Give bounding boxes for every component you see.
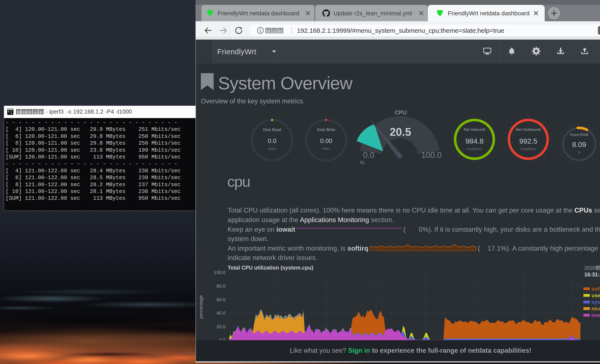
svg-text:984.8: 984.8 — [465, 137, 483, 145]
svg-text:MiB/s: MiB/s — [322, 147, 330, 150]
svg-text:%: % — [360, 159, 365, 166]
svg-text:0.0: 0.0 — [268, 137, 276, 144]
svg-text:0.00: 0.00 — [320, 137, 332, 144]
svg-text:%: % — [578, 150, 581, 154]
svg-text:Used RAM: Used RAM — [570, 133, 588, 137]
svg-text:20.5: 20.5 — [390, 126, 411, 138]
svg-text:megabits/s: megabits/s — [467, 147, 482, 151]
svg-text:MiB/s: MiB/s — [268, 147, 276, 150]
svg-text:megabits/s: megabits/s — [521, 147, 536, 151]
svg-text:Net Inbound: Net Inbound — [464, 127, 485, 132]
svg-text:Disk Write: Disk Write — [317, 128, 335, 132]
svg-text:0.0: 0.0 — [363, 151, 375, 159]
svg-text:992.5: 992.5 — [519, 137, 537, 145]
svg-text:CPU: CPU — [394, 109, 407, 116]
svg-text:Disk Read: Disk Read — [263, 128, 281, 132]
svg-text:Net Outbound: Net Outbound — [516, 127, 541, 132]
svg-text:100.0: 100.0 — [421, 151, 441, 159]
svg-text:8.09: 8.09 — [572, 140, 586, 149]
